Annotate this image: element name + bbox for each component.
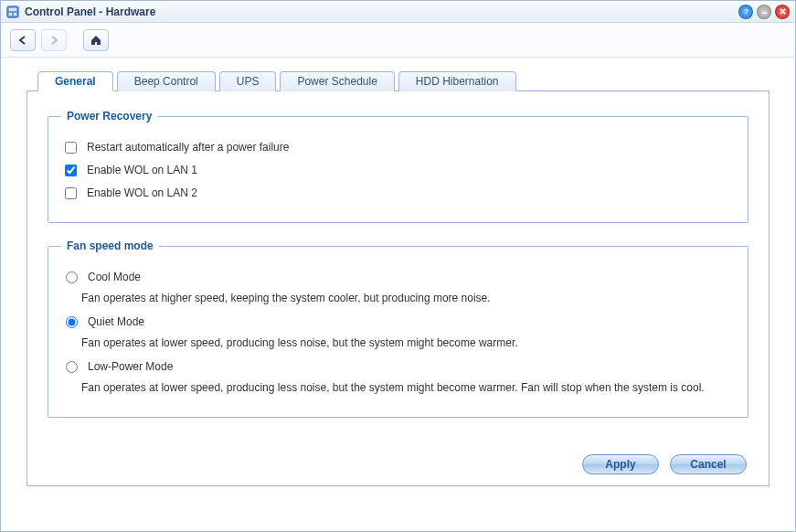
tab-label: HDD Hibernation (416, 75, 499, 88)
control-panel-icon (6, 5, 19, 18)
radio-quiet-mode[interactable]: Quiet Mode (61, 315, 735, 328)
radio-label: Low-Power Mode (88, 360, 173, 373)
radio-low-power-mode[interactable]: Low-Power Mode (61, 360, 735, 373)
radio-quiet-desc: Fan operates at lower speed, producing l… (81, 335, 735, 351)
cancel-button[interactable]: Cancel (670, 454, 747, 474)
content-area: General Beep Control UPS Power Schedule … (1, 58, 795, 531)
radio-low-power-desc: Fan operates at lower speed, producing l… (81, 380, 735, 396)
minimize-button[interactable] (757, 5, 771, 19)
tab-label: UPS (237, 75, 260, 88)
nav-toolbar (1, 23, 795, 58)
svg-rect-3 (14, 12, 17, 16)
back-button[interactable] (10, 29, 36, 51)
tab-general[interactable]: General (37, 71, 113, 91)
apply-button[interactable]: Apply (582, 454, 659, 474)
radio-input[interactable] (66, 316, 78, 328)
window-buttons: ? (738, 5, 790, 19)
svg-rect-1 (9, 7, 17, 11)
radio-label: Cool Mode (88, 271, 141, 283)
home-button[interactable] (83, 29, 109, 51)
dialog-buttons: Apply Cancel (582, 454, 747, 474)
close-button[interactable] (775, 5, 790, 19)
svg-rect-5 (761, 12, 766, 14)
svg-text:?: ? (744, 7, 748, 16)
power-recovery-group: Power Recovery Restart automatically aft… (48, 110, 748, 223)
window-title: Control Panel - Hardware (25, 5, 738, 18)
forward-button[interactable] (41, 29, 67, 51)
checkbox-wol-lan1[interactable]: Enable WOL on LAN 1 (61, 164, 735, 179)
fan-speed-group: Fan speed mode Cool Mode Fan operates at… (48, 239, 748, 418)
titlebar: Control Panel - Hardware ? (1, 1, 795, 23)
tab-strip: General Beep Control UPS Power Schedule … (27, 70, 769, 91)
window: Control Panel - Hardware ? General (0, 0, 796, 532)
radio-cool-mode[interactable]: Cool Mode (61, 271, 735, 283)
checkbox-restart-auto[interactable]: Restart automatically after a power fail… (61, 141, 735, 156)
svg-rect-2 (9, 12, 13, 16)
radio-cool-desc: Fan operates at higher speed, keeping th… (81, 291, 735, 306)
checkbox-input[interactable] (65, 187, 77, 199)
tab-power-schedule[interactable]: Power Schedule (280, 71, 394, 91)
checkbox-label: Enable WOL on LAN 2 (87, 186, 197, 199)
power-recovery-legend: Power Recovery (61, 110, 157, 122)
fan-speed-legend: Fan speed mode (61, 239, 159, 252)
radio-label: Quiet Mode (88, 315, 144, 328)
tab-panel-general: Power Recovery Restart automatically aft… (27, 91, 769, 486)
checkbox-wol-lan2[interactable]: Enable WOL on LAN 2 (61, 186, 735, 202)
help-button[interactable]: ? (738, 5, 753, 19)
checkbox-label: Enable WOL on LAN 1 (87, 164, 197, 176)
radio-input[interactable] (66, 271, 78, 283)
radio-input[interactable] (66, 361, 78, 373)
checkbox-input[interactable] (65, 142, 77, 154)
tab-ups[interactable]: UPS (219, 71, 277, 91)
tab-label: General (55, 75, 96, 88)
tab-label: Beep Control (134, 75, 198, 88)
checkbox-label: Restart automatically after a power fail… (87, 141, 289, 154)
tab-label: Power Schedule (297, 75, 377, 88)
checkbox-input[interactable] (65, 165, 77, 176)
tab-hdd-hibernation[interactable]: HDD Hibernation (398, 71, 516, 91)
tab-beep-control[interactable]: Beep Control (117, 71, 216, 91)
